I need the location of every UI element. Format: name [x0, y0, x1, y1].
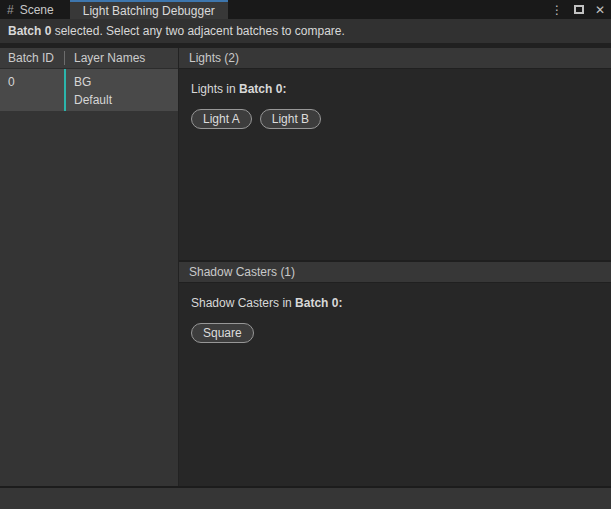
lights-section: Lights (2) Lights in Batch 0: Light A Li…: [179, 48, 611, 260]
lights-section-header: Lights (2): [179, 48, 611, 69]
scene-grid-icon: #: [7, 3, 14, 17]
light-batching-debugger-window: # Scene Light Batching Debugger ⋮ ✕ Batc…: [0, 0, 611, 509]
shadow-label-batch: Batch 0:: [295, 296, 342, 310]
tab-bar: # Scene Light Batching Debugger ⋮ ✕: [0, 0, 611, 19]
lights-in-batch-label: Lights in Batch 0:: [191, 82, 599, 96]
shadow-casters-section-body: Shadow Casters in Batch 0: Square: [179, 283, 611, 486]
details-panel: Lights (2) Lights in Batch 0: Light A Li…: [179, 48, 611, 486]
layer-names-cell: BG Default: [64, 69, 178, 111]
maximize-icon[interactable]: [574, 5, 584, 14]
tab-scene[interactable]: # Scene: [0, 0, 64, 19]
lights-label-prefix: Lights in: [191, 82, 239, 96]
batch-list-panel: Batch ID Layer Names 0 BG Default: [0, 48, 179, 486]
layer-names-column-header: Layer Names: [65, 51, 145, 65]
light-pill-a[interactable]: Light A: [191, 109, 252, 129]
shadow-caster-pill-square[interactable]: Square: [191, 323, 254, 343]
batch-row-0[interactable]: 0 BG Default: [0, 69, 178, 111]
close-icon[interactable]: ✕: [595, 3, 605, 17]
shadow-pill-row: Square: [191, 323, 599, 343]
layer-name: BG: [74, 73, 178, 91]
batch-table-header: Batch ID Layer Names: [0, 48, 178, 69]
layer-name: Default: [74, 91, 178, 109]
footer-bar: [0, 486, 611, 509]
batch-id-column-header: Batch ID: [0, 51, 64, 65]
selected-batch-label: Batch 0: [8, 24, 51, 38]
kebab-menu-icon[interactable]: ⋮: [551, 3, 563, 17]
tab-light-batching-debugger[interactable]: Light Batching Debugger: [70, 0, 228, 19]
info-bar-message: selected. Select any two adjacent batche…: [51, 24, 345, 38]
window-controls: ⋮ ✕: [551, 0, 605, 19]
info-bar-text: Batch 0 selected. Select any two adjacen…: [8, 24, 345, 38]
shadow-label-prefix: Shadow Casters in: [191, 296, 295, 310]
tab-light-batching-debugger-label: Light Batching Debugger: [83, 4, 215, 18]
shadow-casters-section: Shadow Casters (1) Shadow Casters in Bat…: [179, 260, 611, 486]
light-pill-b[interactable]: Light B: [260, 109, 321, 129]
main-area: Batch ID Layer Names 0 BG Default Lights…: [0, 44, 611, 486]
shadow-casters-in-batch-label: Shadow Casters in Batch 0:: [191, 296, 599, 310]
tab-scene-label: Scene: [20, 3, 54, 17]
lights-section-body: Lights in Batch 0: Light A Light B: [179, 69, 611, 260]
lights-pill-row: Light A Light B: [191, 109, 599, 129]
batch-id-cell: 0: [0, 69, 64, 111]
lights-label-batch: Batch 0:: [239, 82, 286, 96]
info-bar: Batch 0 selected. Select any two adjacen…: [0, 19, 611, 44]
shadow-casters-section-header: Shadow Casters (1): [179, 260, 611, 283]
